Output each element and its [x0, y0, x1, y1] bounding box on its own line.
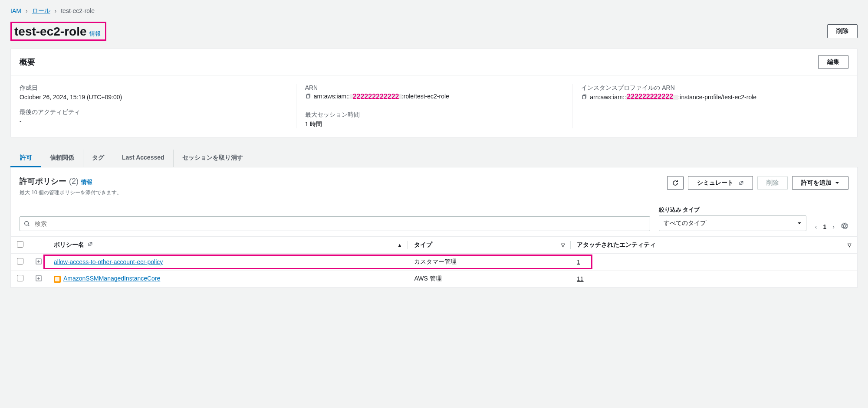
tabs: 許可 信頼関係 タグ Last Accessed セッションを取り消す [10, 150, 858, 167]
settings-button[interactable] [841, 222, 848, 231]
instance-profile-value: arn:aws:iam:::instance-profile/test-ec2-… [581, 94, 840, 101]
caret-down-icon [797, 221, 802, 225]
entities-link[interactable]: 1 [577, 258, 580, 265]
last-activity-value: - [20, 118, 287, 125]
instance-profile-annotation: 222222222222 [627, 93, 673, 101]
summary-title: 概要 [20, 57, 35, 67]
filter-type-select[interactable]: すべてのタイプ [659, 215, 806, 231]
max-session-value: 1 時間 [305, 121, 564, 128]
expand-button[interactable] [30, 254, 48, 271]
pagination: ‹ 1 › [815, 222, 848, 231]
plus-square-icon [36, 258, 42, 264]
policy-type-cell: AWS 管理 [408, 271, 571, 287]
attached-entities-cell: 11 [571, 271, 857, 287]
copy-icon[interactable] [305, 93, 311, 99]
row-checkbox[interactable] [17, 275, 23, 281]
chevron-right-icon: › [26, 7, 28, 14]
tab-tags[interactable]: タグ [83, 150, 113, 167]
sort-asc-icon: ▲ [398, 242, 402, 248]
sort-icon: ▽ [561, 242, 565, 248]
max-session-label: 最大セッション時間 [305, 111, 564, 119]
col-entities[interactable]: アタッチされたエンティティ ▽ [571, 237, 857, 254]
last-activity-label: 最後のアクティビティ [20, 108, 287, 116]
expand-button[interactable] [30, 271, 48, 287]
breadcrumb-roles[interactable]: ロール [32, 7, 50, 15]
aws-managed-icon [54, 276, 61, 283]
gear-icon [841, 222, 848, 230]
breadcrumb-iam[interactable]: IAM [10, 7, 21, 14]
breadcrumb: IAM › ロール › test-ec2-role [10, 7, 858, 15]
external-link-icon [88, 242, 93, 247]
policies-table: ポリシー名 ▲ タイプ ▽ アタッチされたエ [11, 236, 857, 287]
search-input[interactable] [20, 216, 650, 231]
arn-value: arn:aws:iam:::role/test-ec2-role [305, 93, 564, 100]
arn-annotation: 222222222222 [353, 93, 399, 101]
simulate-button[interactable]: シミュレート [688, 176, 753, 190]
search-icon [24, 221, 30, 227]
attached-entities-cell: 1 [571, 254, 857, 271]
policies-count: (2) [69, 177, 79, 186]
chevron-right-icon: › [55, 7, 57, 14]
col-type[interactable]: タイプ ▽ [408, 237, 571, 254]
prev-page-button[interactable]: ‹ [815, 223, 817, 230]
copy-icon[interactable] [581, 94, 587, 100]
select-all-checkbox[interactable] [17, 241, 23, 248]
page-number: 1 [823, 223, 827, 230]
external-link-icon [739, 180, 744, 186]
page-title: test-ec2-role [14, 25, 87, 39]
breadcrumb-current: test-ec2-role [61, 7, 95, 14]
policies-panel: 許可ポリシー (2) 情報 最大 10 個の管理ポリシーを添付できます。 シミュ… [10, 167, 858, 288]
tab-revoke[interactable]: セッションを取り消す [173, 150, 252, 167]
created-label: 作成日 [20, 84, 287, 92]
search-field [20, 216, 650, 231]
table-row: allow-access-to-other-account-ecr-policy… [11, 254, 857, 271]
plus-square-icon [36, 275, 42, 281]
caret-down-icon [835, 181, 839, 185]
add-permission-button[interactable]: 許可を追加 [792, 176, 848, 190]
policy-link[interactable]: AmazonSSMManagedInstanceCore [63, 275, 160, 282]
row-checkbox[interactable] [17, 258, 23, 264]
next-page-button[interactable]: › [832, 223, 835, 230]
arn-label: ARN [305, 84, 564, 91]
instance-profile-label: インスタンスプロファイルの ARN [581, 84, 840, 92]
tab-trust[interactable]: 信頼関係 [41, 150, 83, 167]
page-title-highlight: test-ec2-role 情報 [10, 22, 106, 41]
created-value: October 26, 2024, 15:19 (UTC+09:00) [20, 94, 287, 101]
filter-type-label: 絞り込み タイプ [659, 206, 806, 214]
tab-permissions[interactable]: 許可 [10, 150, 41, 167]
policies-info-link[interactable]: 情報 [81, 178, 92, 186]
policies-desc: 最大 10 個の管理ポリシーを添付できます。 [20, 189, 122, 196]
refresh-button[interactable] [667, 176, 684, 190]
page-header: test-ec2-role 情報 削除 [10, 22, 858, 41]
svg-point-0 [25, 222, 29, 225]
table-row: AmazonSSMManagedInstanceCoreAWS 管理11 [11, 271, 857, 287]
policy-name-cell: allow-access-to-other-account-ecr-policy [48, 254, 408, 271]
sort-icon: ▽ [848, 242, 851, 248]
policies-title: 許可ポリシー (2) 情報 [20, 176, 92, 186]
remove-policy-button[interactable]: 削除 [757, 176, 788, 190]
summary-panel: 概要 編集 作成日 October 26, 2024, 15:19 (UTC+0… [10, 49, 858, 137]
info-link[interactable]: 情報 [89, 30, 101, 38]
edit-button[interactable]: 編集 [818, 55, 848, 69]
col-policy-name[interactable]: ポリシー名 ▲ [48, 237, 408, 254]
refresh-icon [672, 180, 679, 186]
delete-role-button[interactable]: 削除 [827, 24, 858, 38]
policy-link[interactable]: allow-access-to-other-account-ecr-policy [54, 258, 163, 265]
policy-type-cell: カスタマー管理 [408, 254, 571, 271]
policy-name-cell: AmazonSSMManagedInstanceCore [48, 271, 408, 287]
entities-link[interactable]: 11 [577, 275, 584, 282]
tab-last-accessed[interactable]: Last Accessed [113, 150, 173, 167]
